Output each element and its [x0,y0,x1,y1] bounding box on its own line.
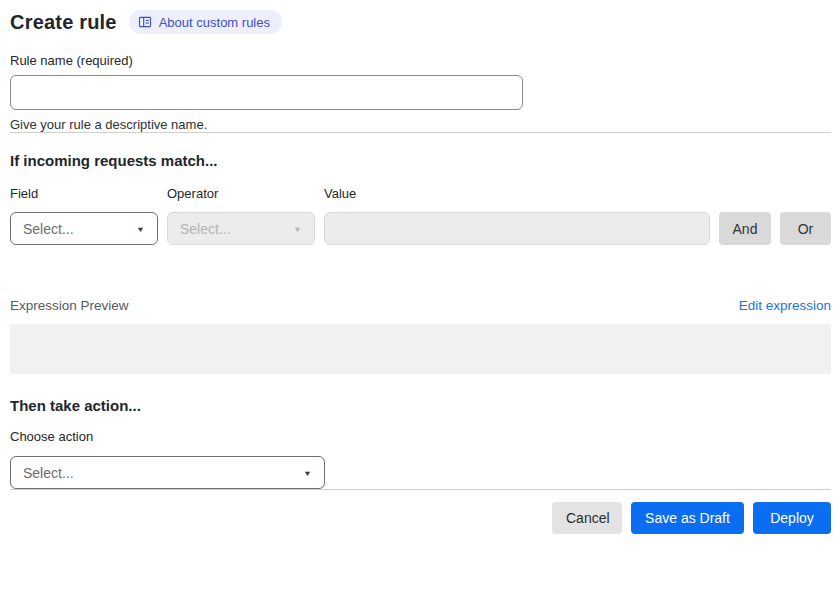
value-input [324,212,710,245]
operator-group: Operator Select... ▼ [167,186,315,245]
edit-expression-link[interactable]: Edit expression [739,298,831,313]
choose-action-select[interactable]: Select... ▼ [10,456,325,489]
chevron-down-icon: ▼ [136,224,145,233]
deploy-button[interactable]: Deploy [753,502,831,534]
about-link-label: About custom rules [159,16,270,29]
field-select[interactable]: Select... ▼ [10,212,158,245]
rule-name-helper: Give your rule a descriptive name. [10,117,831,132]
or-button[interactable]: Or [780,212,831,245]
operator-label: Operator [167,186,315,201]
book-open-icon [138,15,152,29]
value-group: Value [324,186,710,245]
field-label: Field [10,186,158,201]
condition-row: Field Select... ▼ Operator Select... ▼ V… [10,186,831,245]
match-section-heading: If incoming requests match... [10,152,831,169]
footer-actions: Cancel Save as Draft Deploy [10,502,831,534]
rule-name-input[interactable] [10,75,523,110]
save-as-draft-button[interactable]: Save as Draft [631,502,744,534]
expression-preview-label: Expression Preview [10,298,129,313]
about-custom-rules-link[interactable]: About custom rules [129,10,282,34]
operator-select: Select... ▼ [167,212,315,245]
and-button[interactable]: And [719,212,771,245]
operator-select-value: Select... [180,221,231,237]
expression-preview-box [10,324,831,374]
action-section-heading: Then take action... [10,397,831,414]
expression-header-row: Expression Preview Edit expression [10,298,831,313]
field-select-value: Select... [23,221,74,237]
rule-name-label: Rule name (required) [10,53,831,68]
choose-action-value: Select... [23,465,74,481]
create-rule-form: Create rule About custom rules Rule name… [0,0,839,534]
field-group: Field Select... ▼ [10,186,158,245]
header: Create rule About custom rules [10,10,831,34]
section-divider [10,132,831,133]
cancel-button[interactable]: Cancel [552,502,622,534]
footer-divider [10,489,831,490]
chevron-down-icon: ▼ [293,224,302,233]
choose-action-label: Choose action [10,429,831,444]
chevron-down-icon: ▼ [303,468,312,477]
page-title: Create rule [10,11,117,34]
value-label: Value [324,186,710,201]
